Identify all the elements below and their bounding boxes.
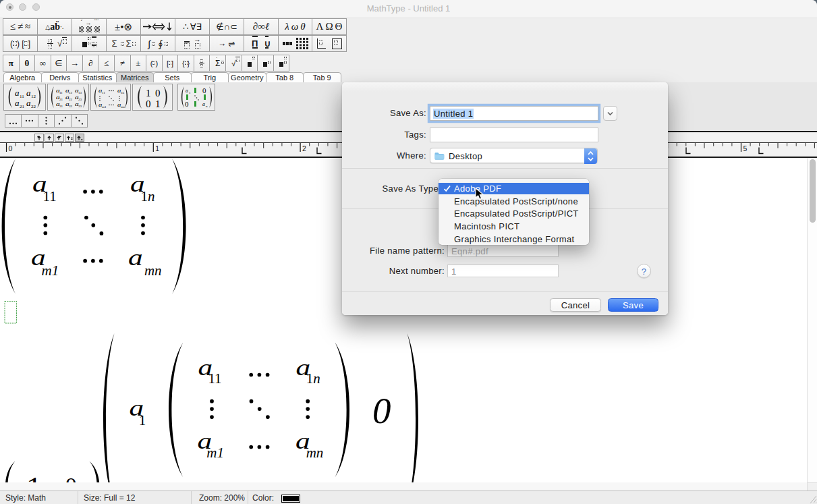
svg-text:2: 2 <box>302 144 306 152</box>
svg-text:12: 12 <box>31 94 36 99</box>
svg-text:0: 0 <box>9 144 13 152</box>
svg-text:m1: m1 <box>102 105 107 109</box>
svg-text:a: a <box>26 88 31 98</box>
svg-text:a: a <box>202 101 205 107</box>
svg-text:a: a <box>15 88 20 98</box>
svg-text:11: 11 <box>208 370 221 387</box>
svg-text:22: 22 <box>69 98 73 101</box>
svg-text:1: 1 <box>139 412 146 428</box>
svg-text:0: 0 <box>202 86 206 94</box>
svg-text:21: 21 <box>20 104 25 109</box>
svg-text:a: a <box>186 88 188 94</box>
svg-text:1: 1 <box>189 91 191 94</box>
svg-text:11: 11 <box>43 188 57 204</box>
svg-text:0: 0 <box>185 100 189 108</box>
svg-text:12: 12 <box>69 91 73 94</box>
svg-text:1n: 1n <box>140 188 154 204</box>
svg-text:33: 33 <box>78 105 82 108</box>
svg-text:m1: m1 <box>42 262 59 279</box>
svg-text:0: 0 <box>155 88 161 99</box>
svg-text:a: a <box>26 98 31 108</box>
svg-text:13: 13 <box>78 91 82 94</box>
svg-text:a: a <box>128 245 143 271</box>
svg-text:23: 23 <box>78 98 82 101</box>
svg-text:21: 21 <box>59 98 63 101</box>
svg-text:n: n <box>206 105 208 108</box>
svg-text:1n: 1n <box>306 370 320 387</box>
svg-text:1: 1 <box>155 144 159 152</box>
svg-text:5: 5 <box>743 144 748 152</box>
svg-text:m1: m1 <box>206 445 224 461</box>
svg-text:a: a <box>15 98 20 108</box>
svg-text:1n: 1n <box>121 91 125 94</box>
svg-text:mn: mn <box>121 105 125 109</box>
svg-text:11: 11 <box>59 91 63 94</box>
svg-text:31: 31 <box>59 105 63 108</box>
svg-text:1: 1 <box>26 471 42 482</box>
svg-text:22: 22 <box>31 104 36 109</box>
svg-text:0: 0 <box>65 473 77 483</box>
svg-text:11: 11 <box>20 94 24 99</box>
svg-text:32: 32 <box>69 105 73 108</box>
svg-text:0: 0 <box>372 390 391 431</box>
svg-text:1: 1 <box>146 88 151 99</box>
svg-text:mn: mn <box>306 445 324 461</box>
svg-text:mn: mn <box>144 262 162 279</box>
svg-text:1: 1 <box>155 99 161 109</box>
svg-text:11: 11 <box>102 91 105 94</box>
svg-text:0: 0 <box>146 99 151 109</box>
